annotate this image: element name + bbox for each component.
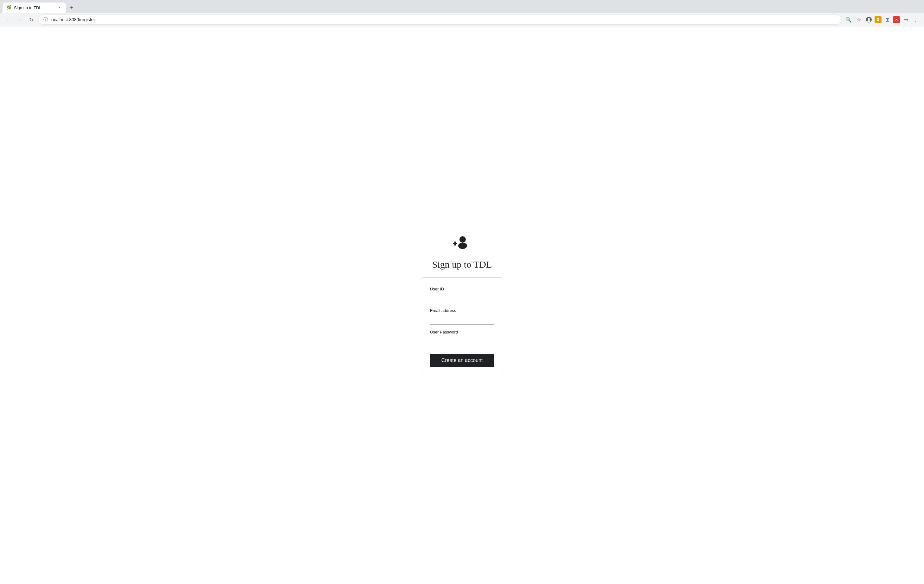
tab-favicon: 🌿 — [7, 5, 12, 10]
extension-1-icon[interactable]: G — [874, 16, 881, 23]
password-label: User Password — [430, 330, 494, 334]
address-url: localhost:8080/register — [50, 17, 836, 22]
email-group: Email address — [430, 308, 494, 325]
profile-icon[interactable] — [865, 15, 873, 24]
svg-point-1 — [868, 18, 870, 20]
toolbar-actions: 🔍 ☆ G ⊞ ✕ ▭ ⋮ — [844, 15, 920, 24]
page-content: Sign up to TDL User ID Email address Use… — [0, 26, 924, 584]
new-tab-button[interactable]: + — [67, 3, 76, 12]
user-id-label: User ID — [430, 286, 494, 291]
extension-panel-icon[interactable]: ⊞ — [883, 15, 892, 24]
svg-rect-6 — [453, 243, 457, 244]
email-input[interactable] — [430, 314, 494, 325]
password-input[interactable] — [430, 336, 494, 346]
user-id-input[interactable] — [430, 293, 494, 303]
tab-title: Sign up to TDL — [14, 5, 54, 10]
browser-chrome: 🌿 Sign up to TDL × + ← → ↻ ⓘ localhost:8… — [0, 0, 924, 26]
bookmark-icon[interactable]: ☆ — [854, 15, 863, 24]
more-menu-icon[interactable]: ⋮ — [911, 15, 920, 24]
email-label: Email address — [430, 308, 494, 313]
extension-2-icon[interactable]: ✕ — [893, 16, 900, 23]
reload-button[interactable]: ↻ — [26, 15, 35, 24]
browser-toolbar: ← → ↻ ⓘ localhost:8080/register 🔍 ☆ G ⊞ … — [0, 13, 924, 26]
register-form-card: User ID Email address User Password Crea… — [421, 278, 503, 376]
svg-point-3 — [459, 236, 466, 243]
svg-point-4 — [458, 243, 467, 249]
tab-close-button[interactable]: × — [57, 5, 62, 10]
register-icon — [452, 234, 472, 254]
search-icon[interactable]: 🔍 — [844, 15, 853, 24]
create-account-button[interactable]: Create an account — [430, 354, 494, 367]
address-bar[interactable]: ⓘ localhost:8080/register — [38, 15, 842, 25]
forward-button[interactable]: → — [15, 15, 24, 24]
back-button[interactable]: ← — [4, 15, 13, 24]
active-tab[interactable]: 🌿 Sign up to TDL × — [3, 3, 66, 13]
address-lock-icon: ⓘ — [43, 17, 48, 23]
cast-icon[interactable]: ▭ — [901, 15, 910, 24]
user-id-group: User ID — [430, 286, 494, 303]
password-group: User Password — [430, 330, 494, 346]
tab-bar: 🌿 Sign up to TDL × + — [0, 0, 924, 13]
svg-point-2 — [867, 20, 870, 22]
page-title: Sign up to TDL — [432, 259, 492, 270]
